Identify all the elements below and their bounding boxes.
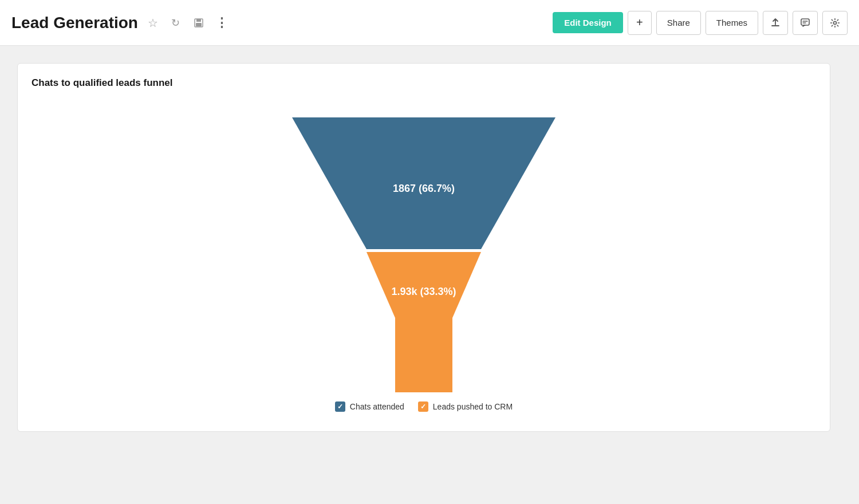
- export-button[interactable]: [763, 11, 788, 35]
- svg-point-6: [834, 21, 837, 24]
- legend-checkbox-leads: ✓: [418, 401, 428, 412]
- header: Lead Generation ☆ ↻ ⋮ Edit Design + Shar…: [0, 0, 859, 46]
- legend-label-leads: Leads pushed to CRM: [433, 402, 513, 411]
- save-icon[interactable]: [191, 15, 207, 31]
- legend: ✓ Chats attended ✓ Leads pushed to CRM: [335, 401, 513, 412]
- legend-label-chats: Chats attended: [350, 402, 404, 411]
- comment-icon: [800, 18, 810, 28]
- edit-design-button[interactable]: Edit Design: [553, 12, 623, 33]
- funnel-chart: 1867 (66.7%) 1.93k (33.3%): [275, 112, 573, 392]
- legend-item-chats: ✓ Chats attended: [335, 401, 404, 412]
- chart-title: Chats to qualified leads funnel: [31, 77, 816, 89]
- legend-item-leads: ✓ Leads pushed to CRM: [418, 401, 513, 412]
- add-button[interactable]: +: [628, 11, 652, 35]
- chart-card: Chats to qualified leads funnel 1867 (66…: [17, 63, 830, 432]
- settings-button[interactable]: [822, 11, 848, 35]
- svg-rect-9: [395, 317, 452, 392]
- bottom-segment-label: 1.93k (33.3%): [391, 286, 456, 297]
- funnel-container: 1867 (66.7%) 1.93k (33.3%) ✓ Chats atten…: [31, 100, 816, 418]
- header-right: Edit Design + Share Themes: [553, 11, 848, 35]
- svg-rect-1: [196, 19, 201, 22]
- header-left: Lead Generation ☆ ↻ ⋮: [11, 14, 553, 32]
- svg-marker-8: [367, 252, 481, 318]
- plus-icon: +: [636, 16, 643, 29]
- themes-button[interactable]: Themes: [706, 11, 758, 35]
- share-button[interactable]: Share: [656, 11, 701, 35]
- svg-rect-3: [801, 19, 809, 25]
- legend-checkbox-chats: ✓: [335, 401, 345, 412]
- export-icon: [770, 18, 781, 28]
- settings-icon: [830, 18, 840, 28]
- more-options-icon[interactable]: ⋮: [214, 15, 230, 31]
- refresh-icon[interactable]: ↻: [168, 15, 184, 31]
- main-content: Chats to qualified leads funnel 1867 (66…: [0, 46, 859, 504]
- comment-button[interactable]: [793, 11, 818, 35]
- svg-rect-2: [196, 23, 202, 26]
- star-icon[interactable]: ☆: [145, 15, 161, 31]
- page-title: Lead Generation: [11, 14, 138, 32]
- top-segment-label: 1867 (66.7%): [393, 183, 455, 194]
